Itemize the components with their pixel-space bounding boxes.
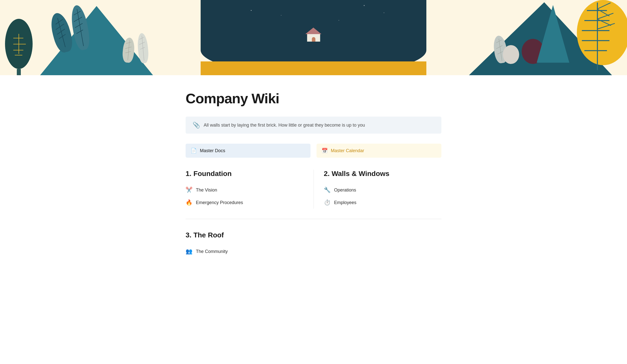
tree-leaf-left [53,13,70,53]
the-vision-label: The Vision [196,188,217,193]
employees-item[interactable]: ⏱️ Employees [324,196,441,209]
callout-text: All walls start by laying the first bric… [204,123,365,128]
employees-label: Employees [334,200,356,205]
tree-blue-right [537,5,569,63]
employees-icon: ⏱️ [324,199,331,206]
emergency-procedures-label: Emergency Procedures [196,200,243,205]
section-roof: 3. The Roof 👥 The Community [186,231,441,258]
callout-box: 📎 All walls start by laying the first br… [186,117,441,134]
emergency-procedures-item[interactable]: 🔥 Emergency Procedures [186,196,303,209]
master-calendar-link[interactable]: 📅 Master Calendar [317,144,441,158]
emergency-procedures-icon: 🔥 [186,199,192,206]
master-docs-icon: 📄 [191,148,197,154]
ground-bar [201,61,426,75]
tree-white-right [138,33,148,63]
tree-leaf-left2 [73,5,88,50]
tree-right-yellow [572,0,627,75]
master-docs-label: Master Docs [200,148,225,153]
sections-grid: 1. Foundation ✂️ The Vision 🔥 Emergency … [186,170,441,209]
section-foundation: 1. Foundation ✂️ The Vision 🔥 Emergency … [186,170,314,209]
star [251,10,252,11]
the-vision-item[interactable]: ✂️ The Vision [186,184,303,196]
section-divider [186,219,441,219]
tree-white-left [123,38,134,63]
house-icon [305,28,322,42]
master-calendar-label[interactable]: Master Calendar [331,148,364,153]
the-vision-icon: ✂️ [186,187,192,193]
roof-heading: 3. The Roof [186,231,441,239]
callout-icon: 📎 [193,122,200,129]
page-title: Company Wiki [186,90,441,107]
star [384,13,384,13]
the-community-label: The Community [196,249,228,254]
tree-left-big [5,19,33,75]
the-community-item[interactable]: 👥 The Community [186,245,441,258]
master-calendar-icon: 📅 [322,148,328,154]
operations-item[interactable]: 🔧 Operations [324,184,441,196]
star [281,15,281,16]
star [339,20,339,21]
star [364,5,365,6]
white-blob [503,45,519,64]
operations-icon: 🔧 [324,187,331,193]
section-walls-windows: 2. Walls & Windows 🔧 Operations ⏱️ Emplo… [314,170,441,209]
foundation-heading: 1. Foundation [186,170,303,178]
operations-label: Operations [334,188,356,193]
master-docs-link[interactable]: 📄 Master Docs [186,144,310,158]
hero-banner [0,0,627,75]
page-content: Company Wiki 📎 All walls start by laying… [176,75,451,278]
links-row: 📄 Master Docs 📅 Master Calendar [186,144,441,158]
walls-windows-heading: 2. Walls & Windows [324,170,441,178]
the-community-icon: 👥 [186,248,192,255]
